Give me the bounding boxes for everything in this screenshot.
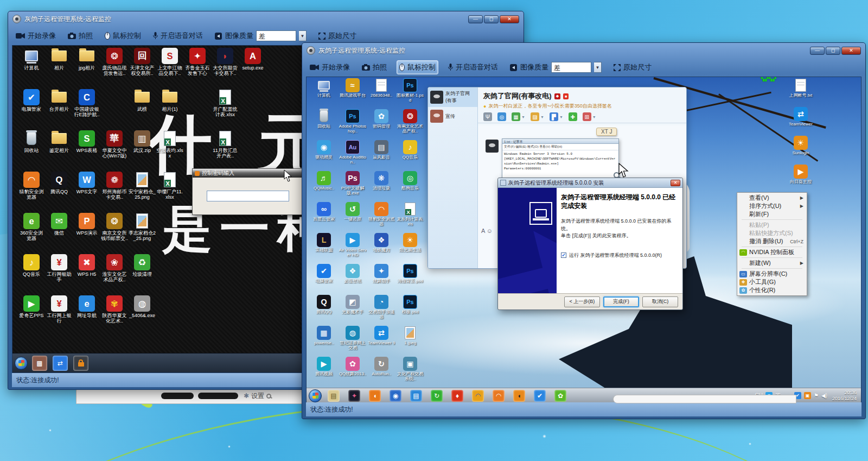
desktop-icon-计算机[interactable]: 计算机 — [310, 78, 338, 98]
menu-item-新建(W)[interactable]: 新建(W)▶ — [738, 259, 806, 267]
desktop-icon-回收站[interactable]: 回收站 — [18, 130, 45, 153]
desktop-icon-猎豹安全浏览器[interactable]: ◠猎豹安全浏览器 — [367, 202, 395, 227]
desktop-icon-龙系列计算表.xls[interactable]: X龙系列计算表.xls — [396, 202, 424, 227]
menu-item-个性化(R)[interactable]: ✿个性化(R) — [738, 286, 806, 294]
desktop-icon-海南文化艺术品产权..[interactable]: ❂海南文化艺术品产权.. — [396, 109, 424, 134]
desktop-icon-上文申江物品交易下..[interactable]: S上文申江物品交易下.. — [156, 48, 183, 76]
desktop-icon-淮安文化艺术品产权..[interactable]: ❀淮安文化艺术品产权.. — [101, 254, 128, 282]
taskbar-app-explorer[interactable]: ▤ — [328, 390, 340, 402]
desktop-icon-360安全浏览器[interactable]: e360安全浏览器 — [18, 213, 45, 241]
desktop-icon-英雄联盟[interactable]: L英雄联盟 — [310, 233, 338, 253]
taskbar-app-photo-thumb-app[interactable]: ▩ — [32, 356, 47, 371]
desktop-icon-26836348..[interactable]: 26836348.. — [367, 78, 395, 98]
desktop-icon-腾讯游戏平台[interactable]: ≈腾讯游戏平台 — [339, 78, 367, 98]
start-button[interactable] — [15, 357, 28, 370]
desktop-icon-WPS表格[interactable]: SWPS表格 — [73, 130, 100, 153]
record-button[interactable]: 开始录像 — [14, 29, 58, 42]
desktop-icon-驱动精灵[interactable]: ◉驱动精灵 — [310, 140, 338, 160]
desktop-icon-李志家档仓2_25.png[interactable]: 李志家档仓2_25.png — [129, 213, 156, 241]
desktop-icon-Adobe Photoshop..[interactable]: PsAdobe Photoshop.. — [339, 109, 367, 134]
desktop-icon-工行网上银行[interactable]: ¥工行网上银行 — [46, 295, 73, 324]
desktop-icon-密码管理[interactable]: ✿密码管理 — [367, 109, 395, 129]
fragment-settings[interactable]: ✱ 设置 — [244, 391, 271, 401]
desktop-icon-世纪证券网上交易[interactable]: ◍世纪证券网上交易 — [339, 326, 367, 351]
desktop-icon-上网帐号.txt[interactable]: 上网帐号.txt — [786, 78, 816, 98]
chat-contact[interactable]: 宣传 — [428, 107, 477, 125]
quality-select[interactable]: 差 — [256, 30, 296, 41]
chat-tool-apps-grid[interactable]: ⊞▼ — [583, 112, 596, 121]
chat-contact[interactable]: 灰鸽子官网(有事 — [428, 87, 477, 107]
menu-item-刷新(F)[interactable]: 刷新(F) — [738, 210, 806, 218]
desktop-icon-WPS H5[interactable]: ✖WPS H5 — [73, 254, 100, 277]
taskbar-app-colorful-browser[interactable]: ◠ — [472, 390, 484, 402]
desktop-icon-郑州海邮币卡交易..[interactable]: ❁郑州海邮币卡交易.. — [101, 172, 128, 200]
desktop-icon-AutoRun..[interactable]: ↻AutoRun.. — [367, 357, 395, 377]
desktop-icon-模板.psd[interactable]: Ps模板.psd — [396, 295, 424, 315]
desktop-icon-武榜[interactable]: 武榜 — [129, 89, 156, 112]
taskbar-app-video-app[interactable]: ▤ — [410, 390, 422, 402]
desktop-icon-相片(1)[interactable]: 相片(1) — [156, 89, 183, 112]
maximize-button[interactable]: ◻ — [826, 47, 840, 55]
quality-dropdown-arrow[interactable]: ▼ — [594, 62, 602, 73]
desktop-icon-11月数汇总开户表..[interactable]: X11月数汇总开户表.. — [212, 130, 239, 159]
maximize-button[interactable]: ◻ — [484, 15, 499, 23]
desktop-icon-腾讯QQ[interactable]: Q腾讯QQ — [46, 172, 73, 194]
menu-item-NVIDIA 控制面板[interactable]: ◠NVIDIA 控制面板 — [738, 248, 806, 256]
desktop-icon-文化产权交易系统..[interactable]: ▣文化产权交易系统.. — [396, 357, 424, 382]
installer-close-button[interactable]: ✕ — [671, 180, 680, 186]
close-button[interactable]: ✕ — [500, 15, 519, 23]
desktop-icon-垃圾清理[interactable]: ♻垃圾清理 — [129, 254, 156, 277]
original-size-button[interactable]: 原始尺寸 — [611, 61, 654, 74]
record-button[interactable]: 开始录像 — [308, 61, 352, 74]
desktop-icon-光影魔术手[interactable]: ◩光影魔术手 — [339, 295, 367, 315]
finish-button[interactable]: 完成(F) — [603, 296, 639, 307]
tray-orange-tray-icon[interactable]: ▣ — [804, 392, 811, 399]
chat-image-notepad[interactable]: 1.txt - 记事本 文件(F) 编辑(E) 格式(O) 查看(V) 帮助(H… — [502, 138, 619, 181]
sender-avatar[interactable] — [486, 140, 499, 153]
desktop-icon-地铁魔方[interactable]: ❖地铁魔方 — [367, 233, 395, 253]
desktop-icon-庞氏物品现货发售运..[interactable]: ❂庞氏物品现货发售运.. — [101, 48, 128, 76]
desktop-icon-QQ炫舞2013..[interactable]: ✿QQ炫舞2013.. — [339, 357, 367, 377]
menu-item-撤消 删除(U)[interactable]: 撤消 删除(U)Ctrl+Z — [738, 237, 806, 245]
chat-tool-folder-send[interactable]: ▨▼ — [531, 112, 544, 121]
desktop-icon-setup.exe[interactable]: Asetup.exe — [239, 48, 266, 71]
desktop-icon-空援表均.xlsx[interactable]: X空援表均.xlsx — [156, 130, 183, 159]
desktop-icon-陕西华夏文化艺术..[interactable]: ✾陕西华夏文化艺术.. — [101, 295, 128, 324]
desktop-icon-WPS演示[interactable]: PWPS演示 — [73, 213, 100, 236]
desktop-icon-Adobe Audition..[interactable]: AuAdobe Audition.. — [339, 140, 367, 165]
desktop-icon-华夏文交中心(Win7版)[interactable]: 華华夏文交中心(Win7版) — [101, 130, 128, 159]
desktop-icon-网址导航[interactable]: e网址导航 — [73, 295, 100, 318]
chat-tool-message-add[interactable]: ✚ — [569, 112, 577, 121]
desktop-icon-相片[interactable]: 相片 — [46, 48, 73, 71]
desktop-icon-腾讯视频[interactable]: ▶腾讯视频 — [310, 357, 338, 377]
chat-tool-voice[interactable]: Ψ — [483, 112, 492, 121]
desktop-icon-台开相片[interactable]: 台开相片 — [46, 89, 73, 112]
desktop-icon-图标素材-1.psd[interactable]: Ps图标素材-1.psd — [396, 78, 424, 103]
desktop-icon-微信[interactable]: ✉微信 — [46, 213, 73, 236]
desktop-icon-齐鲁金玉石发售下心[interactable]: ✦齐鲁金玉石发售下心 — [184, 48, 211, 76]
taskbar-app-red-app[interactable]: ♦ — [451, 390, 463, 402]
fragment-dark-button[interactable] — [161, 393, 194, 399]
fragment-dark-button[interactable] — [198, 393, 238, 399]
photo-button[interactable]: 拍照 — [360, 61, 389, 74]
taskbar-app-green-leaf-app[interactable]: ✿ — [554, 390, 566, 402]
installer-titlebar[interactable]: 灰鸽子远程管理系统经理端 5.0.0.0 安装 ✕ — [498, 178, 682, 188]
menu-item-粘贴快捷方式(S)[interactable]: 粘贴快捷方式(S) — [738, 229, 806, 237]
remote-desktop-view-2[interactable]: 计算机≈腾讯游戏平台26836348..Ps图标素材-1.psd回收站PsAdo… — [306, 77, 861, 403]
chat-tool-image[interactable]: ▦▼ — [512, 112, 525, 121]
desktop-icon-百度云管家[interactable]: ∞百度云管家 — [310, 202, 338, 222]
start-button[interactable] — [309, 389, 322, 402]
minimize-button[interactable]: — — [468, 15, 483, 23]
window2-titlebar[interactable]: 灰鸽子远程管理系统-远程监控 — ◻ ✕ — [302, 43, 865, 58]
desktop-icon-计算机[interactable]: 计算机 — [18, 48, 45, 71]
desktop-icon-jpg相片[interactable]: jpg相片 — [73, 48, 100, 71]
taskbar-app-blue-circle-app[interactable]: ◉ — [390, 390, 401, 402]
voice-chat-button[interactable]: 开启语音对话 — [151, 29, 205, 42]
desktop-icon-中国建设银行E路护航..[interactable]: C中国建设银行E路护航.. — [73, 89, 100, 117]
password-dialog-titlebar[interactable]: 控制密码输入 — [193, 169, 313, 178]
desktop-icon-WPS文字[interactable]: WWPS文字 — [73, 172, 100, 194]
desktop-icon-TeamViewer 9[interactable]: ⇄TeamViewer 9 — [367, 326, 395, 346]
desktop-icon-回收站[interactable]: 回收站 — [310, 109, 338, 129]
desktop-icon-Sunlogin[interactable]: ☀Sunlogin — [786, 136, 816, 156]
desktop-icon-酷狗音乐[interactable]: ◎酷狗音乐 — [396, 171, 424, 191]
